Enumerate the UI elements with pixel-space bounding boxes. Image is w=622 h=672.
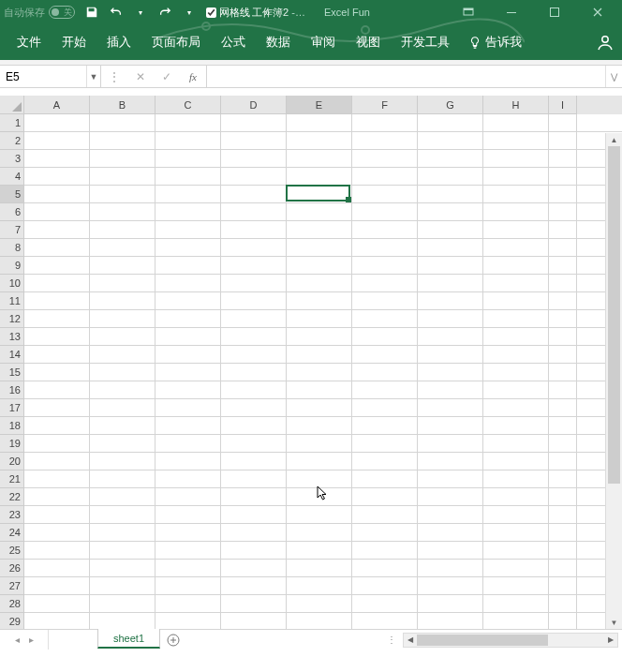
insert-function-button[interactable]: fx [180,66,206,87]
row-header[interactable]: 23 [0,506,24,524]
column-header[interactable]: B [90,96,156,114]
new-sheet-button[interactable] [160,630,186,650]
gridlines-checkbox[interactable]: 网格线 [206,6,250,20]
undo-dropdown-icon[interactable]: ▾ [133,5,148,20]
row-header[interactable]: 15 [0,364,24,381]
row-header[interactable]: 5 [0,186,24,203]
svg-rect-1 [464,8,473,10]
row-header[interactable]: 17 [0,399,24,417]
sheet-prev-icon[interactable]: ◂ [15,635,20,645]
column-header[interactable]: I [549,96,577,114]
formula-input[interactable] [207,66,605,87]
tell-me-button[interactable]: 告诉我 [468,34,522,51]
undo-icon[interactable] [109,5,124,20]
row-header[interactable]: 13 [0,328,24,346]
maximize-button[interactable] [534,0,575,24]
name-box-input[interactable] [0,66,86,87]
tab-insert[interactable]: 插入 [97,26,141,58]
minimize-button[interactable] [491,0,532,24]
svg-rect-2 [507,12,516,13]
scroll-left-icon[interactable]: ◀ [404,635,417,644]
row-header[interactable]: 27 [0,577,24,595]
column-header[interactable]: E [287,96,352,114]
row-headers: 1234567891011121314151617181920212223242… [0,114,24,629]
row-header[interactable]: 26 [0,560,24,577]
close-button[interactable] [577,0,618,24]
row-header[interactable]: 20 [0,453,24,470]
row-header[interactable]: 29 [0,613,24,629]
active-cell-outline[interactable] [286,185,350,202]
sheet-bar-splitter[interactable]: ⋮ [381,635,403,645]
autosave-label: 自动保存 [4,6,45,20]
row-header[interactable]: 1 [0,114,24,132]
tab-formulas[interactable]: 公式 [212,26,255,58]
vertical-scrollbar[interactable]: ▲ ▼ [605,133,622,629]
row-header[interactable]: 9 [0,257,24,275]
row-header[interactable]: 2 [0,132,24,150]
row-header[interactable]: 25 [0,542,24,560]
quick-access-toolbar: ▾ ▾ 网格线 » [84,5,274,20]
name-box[interactable]: ▼ [0,66,101,87]
tab-data[interactable]: 数据 [257,26,300,58]
row-header[interactable]: 16 [0,381,24,399]
column-header[interactable]: G [418,96,483,114]
tab-view[interactable]: 视图 [347,26,390,58]
row-header[interactable]: 21 [0,470,24,488]
column-header[interactable]: H [483,96,549,114]
hscroll-thumb[interactable] [417,635,548,646]
column-header[interactable]: C [156,96,221,114]
scroll-right-icon[interactable]: ▶ [604,635,617,644]
redo-dropdown-icon[interactable]: ▾ [182,5,197,20]
row-header[interactable]: 19 [0,435,24,453]
cancel-icon[interactable]: ✕ [127,66,154,87]
window-controls [448,0,618,24]
ribbon-tabs: 文件 开始 插入 页面布局 公式 数据 审阅 视图 开发工具 告诉我 [0,24,622,60]
tab-home[interactable]: 开始 [52,26,96,58]
column-header[interactable]: A [24,96,90,114]
row-header[interactable]: 18 [0,417,24,435]
select-all-corner[interactable] [0,96,24,114]
enter-icon[interactable]: ✓ [154,66,180,87]
plus-circle-icon [167,634,180,647]
row-header[interactable]: 28 [0,595,24,613]
sheet-tab-active[interactable]: sheet1 [97,629,160,649]
user-account-icon[interactable] [596,33,615,52]
fb-more-icon[interactable]: ⋮ [101,66,127,87]
save-icon[interactable] [84,5,99,20]
row-header[interactable]: 10 [0,275,24,292]
row-header[interactable]: 11 [0,292,24,310]
row-header[interactable]: 4 [0,168,24,186]
lightbulb-icon [468,36,481,49]
formula-bar-expand-icon[interactable]: ⋁ [605,66,622,87]
tab-page-layout[interactable]: 页面布局 [142,26,210,58]
sheet-next-icon[interactable]: ▸ [29,635,34,645]
column-header[interactable]: F [352,96,418,114]
row-header[interactable]: 14 [0,346,24,364]
column-header[interactable]: D [221,96,287,114]
row-header[interactable]: 24 [0,524,24,542]
scroll-up-icon[interactable]: ▲ [606,133,622,146]
gridlines-check-icon[interactable] [206,7,216,18]
column-headers: ABCDEFGHI [0,96,622,114]
row-header[interactable]: 8 [0,239,24,257]
tab-developer[interactable]: 开发工具 [392,26,459,58]
row-header[interactable]: 6 [0,203,24,221]
tab-file[interactable]: 文件 [7,26,51,58]
horizontal-scrollbar[interactable]: ◀ ▶ [403,633,618,648]
sheet-nav-buttons[interactable]: ◂ ▸ [0,630,49,650]
svg-rect-3 [551,8,559,17]
ribbon-display-icon[interactable] [448,0,489,24]
redo-icon[interactable] [157,5,172,20]
row-header[interactable]: 3 [0,150,24,168]
spreadsheet-grid: ABCDEFGHI 123456789101112131415161718192… [0,96,622,629]
vscroll-thumb[interactable] [608,146,620,484]
autosave-toggle[interactable]: 自动保存 关 [4,6,75,20]
svg-point-6 [602,37,608,42]
tab-review[interactable]: 审阅 [302,26,345,58]
scroll-down-icon[interactable]: ▼ [606,616,622,629]
row-header[interactable]: 7 [0,221,24,239]
row-header[interactable]: 12 [0,310,24,328]
cells-area[interactable] [24,114,622,629]
name-box-dropdown-icon[interactable]: ▼ [86,66,100,87]
row-header[interactable]: 22 [0,488,24,506]
